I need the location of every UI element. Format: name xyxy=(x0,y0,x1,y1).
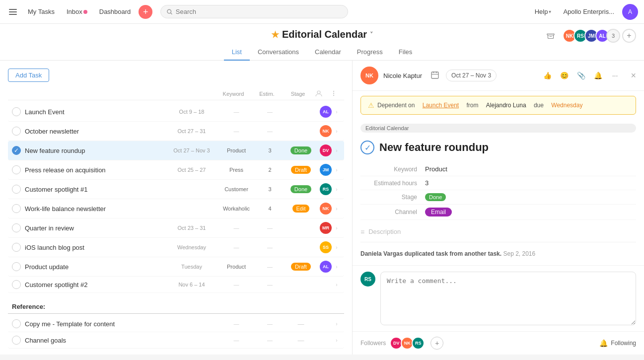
field-value-keyword[interactable]: Product xyxy=(425,165,447,173)
thumbs-up-icon[interactable]: 👍 xyxy=(540,69,554,82)
task-estim: — xyxy=(256,282,284,288)
reaction-icon[interactable]: 😊 xyxy=(557,69,571,82)
task-checkbox[interactable] xyxy=(12,336,21,345)
task-row[interactable]: October newsletter Oct 27 – 31 — — NK › xyxy=(8,122,344,141)
task-row[interactable]: Press release on acquisition Oct 25 – 27… xyxy=(8,160,344,180)
detail-close[interactable]: × xyxy=(631,71,636,81)
help-nav[interactable]: Help ▾ xyxy=(531,6,556,17)
tab-progress[interactable]: Progress xyxy=(349,44,391,61)
svg-point-3 xyxy=(167,9,171,13)
followers-label: Followers xyxy=(360,340,386,347)
task-table-header: Keyword Estim. Stage xyxy=(8,88,344,100)
svg-rect-5 xyxy=(547,34,554,35)
task-checkbox[interactable] xyxy=(12,204,21,213)
more-icon[interactable]: ··· xyxy=(608,69,622,82)
task-date: Oct 9 – 18 xyxy=(167,109,216,115)
search-input[interactable] xyxy=(176,8,342,15)
task-title-row: ✓ New feature roundup xyxy=(353,137,644,160)
task-checkbox[interactable] xyxy=(12,223,21,232)
project-dropdown-icon[interactable]: ˅ xyxy=(370,31,373,38)
task-estim: 2 xyxy=(256,167,284,173)
task-checkbox[interactable] xyxy=(12,165,21,174)
task-complete-check[interactable]: ✓ xyxy=(360,141,374,154)
flag-icon[interactable]: 🔔 xyxy=(591,69,605,82)
tab-conversations[interactable]: Conversations xyxy=(250,44,307,61)
task-row-selected[interactable]: ✓ New feature roundup Oct 27 – Nov 3 Pro… xyxy=(8,141,344,160)
task-row[interactable]: Work-life balance newsletter Workaholic … xyxy=(8,199,344,218)
task-avatar: DV xyxy=(318,144,333,156)
task-checkbox[interactable] xyxy=(12,262,21,271)
dependency-icon: ⚠ xyxy=(368,101,374,109)
activity-date: Sep 2, 2016 xyxy=(503,250,535,257)
tab-files[interactable]: Files xyxy=(391,44,420,61)
task-avatar: RS xyxy=(318,183,333,195)
dashboard-nav[interactable]: Dashboard xyxy=(95,6,135,17)
task-row[interactable]: Quarter in review Oct 23 – 31 — — MR › xyxy=(8,218,344,238)
search-icon xyxy=(167,9,172,15)
detail-footer: Followers DV NK RS + 🔔 Following xyxy=(353,331,644,355)
inbox-nav[interactable]: Inbox xyxy=(63,6,91,17)
following-button[interactable]: 🔔 Following xyxy=(599,339,636,347)
task-keyword: — xyxy=(216,337,256,343)
task-stage: Done xyxy=(284,146,318,154)
dependency-link[interactable]: Launch Event xyxy=(423,102,459,109)
tab-calendar[interactable]: Calendar xyxy=(307,44,349,61)
member-add-btn[interactable]: + xyxy=(622,29,636,43)
task-estim: 3 xyxy=(256,186,284,192)
task-fields: Keyword Product Estimated hours 3 Stage … xyxy=(353,160,644,222)
task-checkbox[interactable] xyxy=(12,280,21,289)
svg-line-4 xyxy=(171,12,172,14)
field-value-estim[interactable]: 3 xyxy=(425,179,429,187)
comment-input[interactable] xyxy=(380,272,636,325)
field-row-estim: Estimated hours 3 xyxy=(360,176,636,190)
comment-area: RS xyxy=(353,265,644,331)
task-date: Oct 27 – 31 xyxy=(167,128,216,134)
task-name: Customer spotlight #2 xyxy=(25,281,167,288)
task-date: Oct 25 – 27 xyxy=(167,167,216,173)
task-arrow: › xyxy=(333,187,340,192)
add-button[interactable]: + xyxy=(139,5,152,19)
project-action-archive[interactable] xyxy=(544,29,558,43)
task-checkbox[interactable]: ✓ xyxy=(12,146,21,155)
detail-date-range: Oct 27 – Nov 3 xyxy=(446,70,497,81)
task-row[interactable]: Customer spotlight #1 Customer 3 Done RS… xyxy=(8,180,344,199)
field-value-stage[interactable]: Done xyxy=(425,193,446,201)
task-row[interactable]: Launch Event Oct 9 – 18 — — AL › xyxy=(8,102,344,122)
field-value-channel[interactable]: Email xyxy=(425,208,452,216)
description-placeholder: Description xyxy=(368,228,401,235)
activity-log: Daniela Vargas duplicated task from anot… xyxy=(353,242,644,261)
add-task-button[interactable]: Add Task xyxy=(8,69,49,82)
enterprise-nav[interactable]: Apollo Enterpris... xyxy=(559,6,618,17)
tab-list[interactable]: List xyxy=(224,44,250,61)
dependency-person: Alejandro Luna xyxy=(486,102,526,109)
task-row[interactable]: iOS launch blog post Wednesday — — SS › xyxy=(8,238,344,257)
task-checkbox[interactable] xyxy=(12,243,21,252)
add-follower-button[interactable]: + xyxy=(430,337,443,350)
task-stage: — xyxy=(284,320,318,328)
col-settings[interactable] xyxy=(330,90,340,98)
task-row[interactable]: Copy me - Template for content — — — › xyxy=(8,316,344,332)
task-row[interactable]: Product update Tuesday Product — Draft A… xyxy=(8,257,344,277)
task-checkbox[interactable] xyxy=(12,127,21,136)
attachment-icon[interactable]: 📎 xyxy=(574,69,588,82)
user-avatar[interactable]: A xyxy=(622,4,638,20)
field-label-stage: Stage xyxy=(360,194,425,201)
field-row-stage: Stage Done xyxy=(360,190,636,205)
my-tasks-nav[interactable]: My Tasks xyxy=(24,6,59,17)
task-checkbox[interactable] xyxy=(12,107,21,116)
task-row[interactable]: Customer spotlight #2 Nov 6 – 14 — — › xyxy=(8,277,344,293)
task-arrow: › xyxy=(333,129,340,134)
task-checkbox[interactable] xyxy=(12,319,21,328)
search-bar[interactable] xyxy=(160,5,348,18)
task-checkbox[interactable] xyxy=(12,185,21,194)
task-row[interactable]: Channel goals — — — › xyxy=(8,332,344,349)
task-description[interactable]: ≡ Description xyxy=(353,222,644,242)
task-estim: — xyxy=(256,321,284,327)
detail-calendar-icon[interactable] xyxy=(431,71,439,80)
menu-icon[interactable] xyxy=(6,5,20,19)
task-estim: 4 xyxy=(256,206,284,212)
svg-rect-2 xyxy=(9,14,17,15)
task-title: New feature roundup xyxy=(379,141,489,154)
dependency-due: Wednesday xyxy=(551,102,582,109)
field-label-keyword: Keyword xyxy=(360,166,425,173)
